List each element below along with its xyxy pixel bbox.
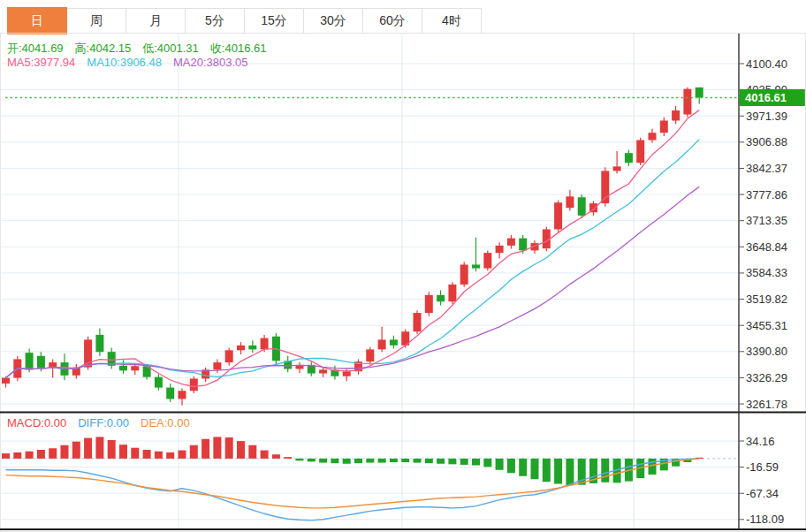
macd-bar-negative [366, 459, 374, 463]
macd-bar-positive [49, 448, 57, 459]
price-label: 3390.80 [746, 345, 787, 358]
macd-bar-negative [566, 459, 574, 485]
candle-up [213, 362, 221, 369]
macd-bar-negative [401, 459, 409, 462]
macd-bar-negative [331, 459, 338, 463]
tab-5[interactable]: 15分 [245, 8, 304, 34]
macd-bar-negative [437, 459, 445, 464]
macd-bar-positive [95, 437, 103, 458]
candle-down [390, 339, 398, 345]
candle-up [448, 285, 456, 301]
price-label: 3777.86 [746, 188, 787, 201]
candle-up [414, 313, 422, 331]
macd-bar-positive [284, 457, 292, 459]
candle-up [261, 338, 269, 350]
tab-7[interactable]: 60分 [363, 8, 422, 34]
ma-row-item: MA5:3977.94 [7, 56, 75, 69]
ma-row-item: MA10:3906.48 [87, 56, 162, 69]
macd-bar-positive [202, 439, 209, 459]
macd-bar-positive [131, 448, 139, 459]
ohlc-readout: 开:4041.69高:4042.15低:4001.31收:4016.61 [7, 41, 278, 57]
chart-canvas[interactable]: 4100.404035.903971.393906.883842.373777.… [0, 0, 806, 532]
macd-bar-positive [213, 437, 221, 458]
ma-row-item: MA20:3803.05 [173, 56, 248, 69]
ma-readout: MA5:3977.94MA10:3906.48MA20:3803.05 [7, 56, 260, 69]
candle-up [378, 339, 386, 349]
price-label: 3519.82 [746, 293, 787, 306]
macd-bar-negative [483, 459, 491, 467]
macd-bar-positive [119, 445, 127, 459]
tab-2[interactable]: 周 [67, 8, 126, 34]
macd-bar-negative [531, 459, 539, 479]
candle-up [649, 133, 657, 140]
macd-bar-positive [2, 453, 10, 459]
price-label: 3842.37 [746, 162, 787, 175]
macd-bar-negative [543, 459, 551, 482]
macd-bar-negative [354, 459, 362, 463]
macd-bar-positive [84, 438, 92, 459]
macd-readout: MACD:0.00DIFF:0.00DEA:0.00 [7, 416, 202, 429]
price-label: 3906.88 [746, 135, 787, 148]
candle-up [483, 253, 491, 268]
macd-bar-negative [472, 459, 480, 466]
candle-up [566, 196, 574, 208]
candle-up [366, 349, 374, 361]
price-label: 3455.31 [746, 319, 787, 332]
candle-up [554, 202, 562, 229]
macd-bar-positive [37, 450, 45, 459]
candle-up [319, 369, 327, 373]
candle-up [683, 89, 691, 115]
macd-bar-negative [519, 459, 527, 476]
macd-bar-negative [296, 459, 304, 460]
ohlc-row-item: 低:4001.31 [142, 42, 199, 55]
candle-down [472, 264, 480, 268]
ma20-line [6, 186, 700, 377]
candle-down [625, 153, 633, 163]
price-label: 4100.40 [746, 57, 787, 71]
candle-up [179, 391, 186, 399]
candle-up [460, 264, 468, 284]
ma5-line [6, 110, 700, 387]
macd-row-item: DIFF:0.00 [78, 416, 129, 429]
candle-down [166, 388, 174, 399]
candle-down [95, 335, 103, 352]
macd-bar-positive [108, 440, 116, 459]
candle-down [437, 295, 445, 301]
price-label: 3326.29 [746, 371, 787, 384]
tabbar-bottom-border [0, 33, 806, 34]
macd-bar-positive [225, 437, 233, 459]
macd-bar-positive [248, 445, 256, 459]
tab-4[interactable]: 5分 [186, 8, 245, 34]
candle-up [237, 346, 245, 351]
macd-bar-negative [425, 459, 433, 463]
candle-down [37, 356, 45, 369]
macd-bar-positive [272, 454, 280, 459]
chart-svg[interactable]: 4100.404035.903971.393906.883842.373777.… [0, 0, 806, 532]
ma10-line [6, 140, 700, 378]
macd-bar-negative [649, 459, 657, 475]
macd-bar-positive [13, 452, 21, 459]
macd-bar-positive [179, 451, 186, 459]
candle-down [519, 239, 527, 251]
price-label: 3584.33 [746, 266, 787, 279]
macd-bar-positive [261, 451, 269, 459]
candle-down [26, 353, 34, 369]
macd-bar-positive [190, 445, 198, 459]
tab-1[interactable]: 日 [7, 7, 67, 34]
macd-bar-positive [26, 452, 34, 459]
candle-up [496, 246, 504, 253]
candle-up [425, 295, 433, 313]
tab-6[interactable]: 30分 [304, 8, 363, 34]
price-label: 3648.84 [746, 240, 787, 254]
macd-bar-positive [155, 452, 163, 459]
tab-3[interactable]: 月 [126, 8, 186, 34]
price-label: 3713.35 [746, 214, 787, 227]
price-label: 3261.78 [746, 398, 787, 411]
candle-down [248, 346, 256, 350]
candle-down [119, 366, 127, 371]
macd-bar-negative [496, 459, 504, 470]
candle-up [672, 110, 680, 120]
ohlc-row-item: 高:4042.15 [75, 42, 132, 55]
ohlc-row-item: 收:4016.61 [210, 42, 267, 55]
tab-8[interactable]: 4时 [422, 8, 482, 34]
